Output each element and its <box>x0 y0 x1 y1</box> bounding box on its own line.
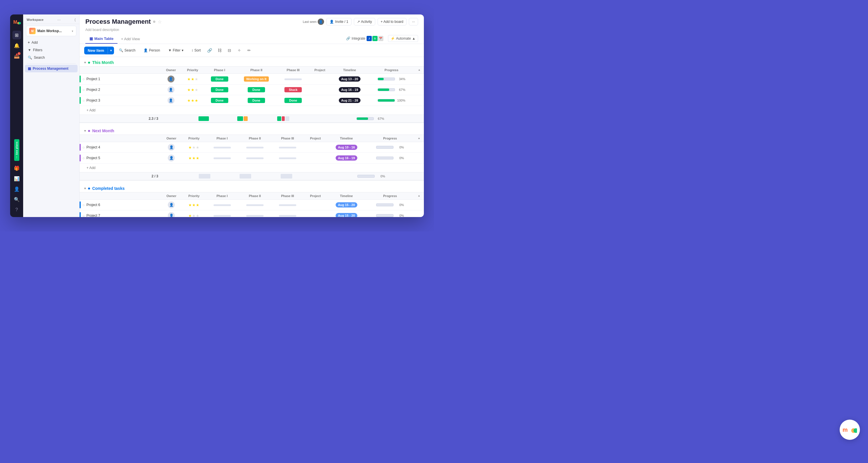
priority-stars[interactable]: ★ ★ ★ <box>185 145 204 150</box>
workspace-menu-icon[interactable]: ··· <box>57 18 61 22</box>
person-filter-button[interactable]: 👤 Person <box>140 47 163 54</box>
phase3-cell[interactable] <box>271 200 304 210</box>
integrate-button[interactable]: 🔗 Integrate J S 📅 <box>344 35 385 42</box>
add-row-button[interactable]: + Add <box>84 165 98 171</box>
help-nav-icon[interactable]: ? <box>12 206 21 214</box>
row-expand-icon[interactable]: ○ <box>83 98 85 103</box>
phase1-cell[interactable] <box>206 153 239 163</box>
chart-nav-icon[interactable]: 📊 <box>12 174 21 183</box>
name-cell-inner: ○ Project 2 <box>80 86 158 93</box>
owner-avatar[interactable]: 👤 <box>168 144 175 151</box>
activity-button[interactable]: ↗ Activity <box>354 18 375 26</box>
row-expand-icon[interactable]: ○ <box>83 77 85 81</box>
new-item-button[interactable]: New Item ▾ <box>84 47 114 54</box>
new-item-main-label[interactable]: New Item <box>84 47 107 54</box>
row-expand-icon[interactable]: ○ <box>83 88 85 92</box>
phase2-cell[interactable] <box>239 200 271 210</box>
phase2-cell[interactable] <box>239 210 271 217</box>
link-icon-btn[interactable]: 🔗 <box>206 46 214 54</box>
progress-bar-track <box>378 99 395 102</box>
phase3-cell[interactable] <box>271 142 304 153</box>
phase3-cell[interactable] <box>271 153 304 163</box>
phase1-cell[interactable] <box>206 210 239 217</box>
search-nav-icon[interactable]: 🔍 <box>12 195 21 204</box>
search-action-item[interactable]: 🔍 Search <box>26 54 77 61</box>
group-expand-icon[interactable]: ▾ <box>84 129 86 133</box>
priority-stars[interactable]: ★ ★ ★ <box>185 156 204 160</box>
row-expand-icon[interactable]: ○ <box>83 214 85 217</box>
row-expand-icon[interactable]: ○ <box>83 203 85 207</box>
phase3-cell[interactable]: Done <box>277 95 309 106</box>
phase1-cell[interactable]: Done <box>204 95 236 106</box>
phase3-cell[interactable] <box>271 210 304 217</box>
unlink-icon-btn[interactable]: ⛓ <box>216 46 224 54</box>
automate-button[interactable]: ⚡ Automate ▲ <box>388 35 418 42</box>
summary-progress-bar: 0% <box>333 175 410 178</box>
owner-avatar[interactable]: 👤 <box>167 97 175 104</box>
priority-stars[interactable]: ★ ★ ★ <box>184 98 202 103</box>
add-view-button[interactable]: + Add View <box>118 34 143 43</box>
phase1-cell[interactable] <box>206 142 239 153</box>
row-expand-icon[interactable]: ○ <box>83 156 85 160</box>
owner-avatar[interactable]: 👤 <box>168 212 175 217</box>
owner-avatar[interactable]: 👤 <box>168 155 175 161</box>
phase1-cell[interactable]: Done <box>204 74 236 85</box>
row-add-cell <box>414 210 424 217</box>
board-title: Process Management <box>85 18 151 26</box>
more-options-button[interactable]: ··· <box>409 18 418 26</box>
phase3-cell[interactable] <box>277 74 309 85</box>
phase3-cell[interactable]: Stuck <box>277 85 309 95</box>
phase2-cell[interactable] <box>239 142 271 153</box>
add-action-item[interactable]: + Add <box>26 39 77 46</box>
add-row-button[interactable]: + Add <box>84 107 98 114</box>
owner-avatar[interactable]: 👤 <box>168 202 175 208</box>
col-add[interactable]: + <box>414 135 424 142</box>
gift-nav-icon[interactable]: 🎁 <box>12 164 21 173</box>
col-add[interactable]: + <box>414 192 424 200</box>
group-expand-icon[interactable]: ▾ <box>84 60 86 65</box>
invite-button[interactable]: 👤 Invite / 1 <box>327 18 351 26</box>
phase1-cell[interactable] <box>206 200 239 210</box>
inbox-nav-icon[interactable]: 📥 1 <box>12 52 21 60</box>
col-add[interactable]: + <box>414 67 424 74</box>
add-view-label: + Add View <box>121 37 140 41</box>
columns-icon-btn[interactable]: ⊟ <box>225 46 234 54</box>
see-plans-button[interactable]: ⋯ See plans <box>14 139 20 161</box>
workspace-selector[interactable]: M Main Worksp... ▾ <box>26 26 76 36</box>
search-toolbar-button[interactable]: 🔍 Search <box>116 47 138 54</box>
row-expand-icon[interactable]: ○ <box>83 145 85 150</box>
search-toolbar-label: Search <box>124 48 135 52</box>
filters-action-item[interactable]: ▼ Filters <box>26 47 77 54</box>
priority-stars[interactable]: ★ ★ ★ <box>185 214 204 217</box>
add-to-board-button[interactable]: + Add to board <box>378 18 406 26</box>
board-star-icon[interactable]: ☆ <box>158 19 162 25</box>
phase2-cell[interactable]: Working on It <box>235 74 277 85</box>
owner-avatar[interactable]: 👤 <box>167 75 175 83</box>
priority-stars[interactable]: ★ ★ ★ <box>184 88 202 92</box>
user-add-nav-icon[interactable]: 👤 <box>12 185 21 193</box>
collapse-sidebar-icon[interactable]: ⟨ <box>74 18 76 22</box>
priority-stars[interactable]: ★ ★ ★ <box>184 77 202 81</box>
app-logo[interactable]: M <box>12 18 22 27</box>
bell-nav-icon[interactable]: 🔔 <box>12 41 21 50</box>
phase2-cell[interactable] <box>239 153 271 163</box>
formula-icon-btn[interactable]: ✧ <box>235 46 243 54</box>
phase1-cell[interactable]: Done <box>204 85 236 95</box>
priority-stars[interactable]: ★ ★ ★ <box>185 203 204 207</box>
owner-avatar[interactable]: 👤 <box>167 86 175 93</box>
tab-main-table[interactable]: ▦ Main Table <box>85 34 118 44</box>
phase2-cell[interactable]: Done <box>235 95 277 106</box>
sort-button[interactable]: ↕ Sort <box>188 47 204 54</box>
progress-pct: 100% <box>397 99 405 102</box>
group-expand-icon[interactable]: ▾ <box>84 186 86 190</box>
name-cell-inner: ○ Project 4 <box>80 144 158 151</box>
filter-button[interactable]: ▼ Filter ▾ <box>165 47 187 54</box>
board-description[interactable]: Add board description <box>85 28 418 32</box>
phase2-cell[interactable]: Done <box>235 85 277 95</box>
group-next-month: ▾ ● Next Month Owner Priority Phase I Ph… <box>80 125 424 181</box>
summary-row: 2.3 / 3 <box>80 115 424 123</box>
edit-icon-btn[interactable]: ✏ <box>245 46 253 54</box>
new-item-dropdown-icon[interactable]: ▾ <box>107 47 114 54</box>
sidebar-board-process-management[interactable]: ▦ Process Management <box>25 65 78 72</box>
grid-nav-icon[interactable]: ⊞ <box>12 31 21 39</box>
